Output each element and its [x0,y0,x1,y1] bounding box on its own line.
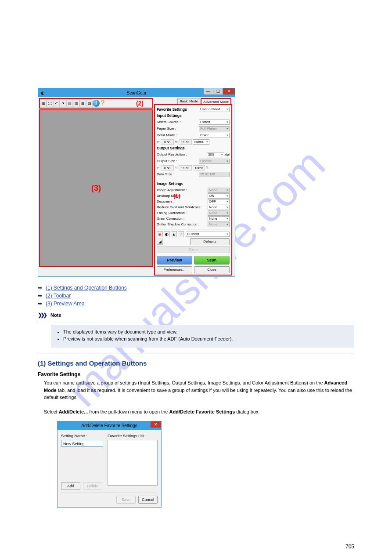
input-height[interactable]: 11.69 [179,139,192,145]
help-icon[interactable]: ? [101,99,105,107]
res-dropdown[interactable]: 300▾ [207,152,224,157]
unsharp-dropdown[interactable]: ON▾ [208,193,230,199]
favorite-dropdown[interactable]: User defined▾ [199,107,230,112]
tab-advanced[interactable]: Advanced Mode [201,98,231,104]
gutter-dropdown[interactable]: None▾ [208,222,230,227]
dpi-label: dpi [225,152,230,156]
minimize-button[interactable]: — [203,88,213,94]
cancel-button[interactable]: Cancel [138,496,158,504]
link-icon[interactable]: ⇋ [175,166,178,170]
tab-basic[interactable]: Basic Mode [177,98,200,104]
fav-settings-body: You can name and save a group of setting… [38,379,354,416]
descreen-label: Descreen : [157,200,208,203]
output-height[interactable]: 11.69 [179,165,192,170]
grain-label: Grain Correction : [157,217,208,221]
preview-area: (3) [39,109,153,267]
eyedropper-icon[interactable]: ◢ [157,239,163,245]
link-settings-buttons[interactable]: (1) Settings and Operation Buttons [46,285,127,291]
adj-dropdown[interactable]: None▾ [208,188,230,193]
descreen-dropdown[interactable]: OFF▾ [208,199,230,204]
add-delete-dialog: Add/Delete Favorite Settings ✕ Setting N… [57,421,162,508]
thumbnail-icon[interactable]: ▦ [40,99,47,107]
close-app-button[interactable]: Close [194,266,230,273]
add-button[interactable]: Add [61,482,80,490]
source-dropdown[interactable]: Platen▾ [199,120,230,125]
delete-button[interactable]: Delete [83,482,102,490]
fav-list[interactable] [108,440,158,486]
custom-dropdown[interactable]: Custom▾ [186,232,230,237]
settings-panel: Favorite Settings User defined▾ Input Se… [154,104,232,276]
scangear-window: ◐ ScanGear — ☐ ✕ ▦ ⛶ ↶ ↷ ▤ ▥ ▦ ▧ i ? [38,88,235,277]
fav-list-label: Favorite Settings List : [108,434,158,438]
window-title: ScanGear [126,91,146,95]
dust-label: Reduce Dust and Scratches : [157,205,208,209]
fading-label: Fading Correction : [157,211,208,215]
rotate-left-icon[interactable]: ↶ [53,99,60,107]
preferences-button[interactable]: Preferences... [157,266,192,273]
dialog-titlebar: Add/Delete Favorite Settings ✕ [58,421,161,430]
unsharp-label: Unsharp Mask : [157,194,208,198]
fav-settings-header: Favorite Settings [38,371,354,377]
input-header: Input Settings [157,113,230,118]
rotate-right-icon[interactable]: ↷ [60,99,66,107]
scan-button[interactable]: Scan [194,256,230,265]
defaults-button[interactable]: Defaults [190,238,230,245]
histogram-icon[interactable]: ▲ [171,231,177,237]
datasize-label: Data Size : [157,172,199,176]
dust-dropdown[interactable]: None▾ [208,205,230,210]
adj-label: Image Adjustment : [157,188,208,192]
note-label: Note [50,312,61,318]
app-icon: ◐ [41,91,45,95]
setting-name-label: Setting Name : [61,434,103,438]
link-preview-area[interactable]: (3) Preview Area [46,301,85,307]
annotation-2: (2) [136,100,144,107]
section-title: (1) Settings and Operation Buttons [38,359,354,367]
save-button[interactable]: Save [116,496,136,504]
setting-name-input[interactable]: New Setting [61,440,103,447]
output-width[interactable]: 8.50 [161,165,174,170]
zoom-button[interactable]: Zoom [157,246,230,253]
fading-dropdown[interactable]: None▾ [208,210,230,216]
toolbar: ▦ ⛶ ↶ ↷ ▤ ▥ ▦ ▧ i ? (2) [39,98,153,109]
curve-icon[interactable]: ⟋ [178,231,184,237]
input-width[interactable]: 8.50 [161,139,174,145]
note-item: The displayed items vary by document typ… [63,329,349,334]
dialog-close-button[interactable]: ✕ [151,421,161,428]
page-number: 705 [345,544,354,550]
annotation-1: (1) [173,192,180,199]
grid-icon[interactable]: ▤ [66,99,73,107]
saturation-icon[interactable]: ◉ [157,231,163,237]
units-dropdown[interactable]: inches▾ [193,139,209,145]
output-pct[interactable]: 100% [193,165,205,170]
grid3-icon[interactable]: ▦ [79,99,86,107]
note-box: The displayed items vary by document typ… [38,321,354,353]
gutter-label: Gutter Shadow Correction : [157,222,208,226]
res-label: Output Resolution : [157,152,207,156]
outsize-dropdown[interactable]: Flexible▾ [199,159,230,164]
favorite-label: Favorite Settings [157,107,199,112]
arrow-icon: ➡ [38,285,42,291]
titlebar: ◐ ScanGear — ☐ ✕ [38,88,235,97]
datasize-value: 25.61 MB [199,172,230,177]
close-button[interactable]: ✕ [223,88,235,94]
output-header: Output Settings [157,145,230,151]
paper-dropdown[interactable]: Full Platen▾ [199,126,230,131]
annotation-3: (3) [91,184,101,193]
link-toolbar[interactable]: (2) Toolbar [46,293,71,299]
grid4-icon[interactable]: ▧ [86,99,93,107]
spinner-icon[interactable]: ⇅ [206,166,209,170]
crop-icon[interactable]: ⛶ [47,99,53,107]
maximize-button[interactable]: ☐ [213,88,223,94]
grain-dropdown[interactable]: None▾ [208,216,230,221]
lock-icon[interactable]: ⇆ [175,140,178,144]
preview-button[interactable]: Preview [157,256,192,265]
info-icon[interactable]: i [93,100,100,107]
brightness-icon[interactable]: ◐ [164,231,170,237]
arrow-icon: ➡ [38,301,42,307]
paper-label: Paper Size : [157,127,199,131]
grid2-icon[interactable]: ▥ [73,99,79,107]
color-dropdown[interactable]: Color▾ [199,133,230,138]
color-label: Color Mode : [157,133,199,137]
source-label: Select Source : [157,120,199,124]
width2-icon: ⇄ [157,166,160,170]
